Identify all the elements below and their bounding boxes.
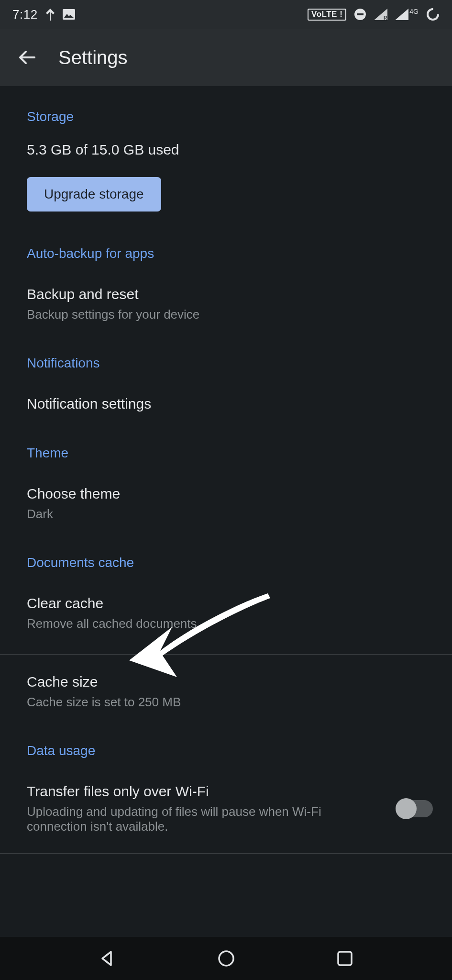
nav-back-button[interactable] [96, 947, 119, 970]
navigation-bar [0, 937, 452, 980]
setting-subtitle: Cache size is set to 250 MB [27, 690, 433, 710]
storage-usage-text: 5.3 GB of 15.0 GB used [27, 128, 433, 158]
wifi-only-toggle[interactable] [397, 800, 433, 817]
nav-recent-button[interactable] [333, 947, 356, 970]
status-clock: 7:12 [12, 7, 38, 22]
section-notifications: Notifications Notification settings [0, 322, 452, 412]
setting-subtitle: Backup settings for your device [27, 302, 433, 322]
volte-badge: VoLTE ! [308, 9, 346, 21]
setting-title: Choose theme [27, 486, 433, 502]
divider [0, 853, 452, 854]
back-arrow-icon[interactable] [17, 48, 36, 67]
row-backup-and-reset[interactable]: Backup and reset Backup settings for you… [27, 265, 433, 322]
svg-rect-6 [338, 952, 352, 965]
setting-title: Backup and reset [27, 286, 433, 302]
section-storage: Storage 5.3 GB of 15.0 GB used Upgrade s… [0, 86, 452, 212]
signal-4g-icon: 4G [395, 9, 419, 20]
image-icon [63, 9, 75, 20]
row-wifi-only[interactable]: Transfer files only over Wi-Fi Uploading… [27, 762, 452, 834]
settings-content: Storage 5.3 GB of 15.0 GB used Upgrade s… [0, 86, 452, 854]
page-title: Settings [58, 47, 128, 68]
row-clear-cache[interactable]: Clear cache Remove all cached documents [27, 574, 452, 631]
toggle-thumb [396, 798, 417, 819]
section-header-theme: Theme [27, 412, 433, 465]
nav-home-button[interactable] [215, 947, 238, 970]
upload-icon [45, 8, 55, 21]
do-not-disturb-icon [354, 8, 366, 21]
section-header-notifications: Notifications [27, 322, 433, 375]
section-theme: Theme Choose theme Dark [0, 412, 452, 522]
upgrade-storage-button[interactable]: Upgrade storage [27, 177, 161, 212]
setting-title: Transfer files only over Wi-Fi [27, 783, 383, 800]
status-bar: 7:12 VoLTE ! R 4G [0, 0, 452, 29]
svg-text:R: R [384, 15, 387, 20]
section-header-data-usage: Data usage [27, 710, 452, 762]
svg-rect-2 [357, 13, 364, 15]
setting-title: Notification settings [27, 396, 433, 412]
loading-spinner-icon [426, 8, 440, 21]
svg-point-4 [428, 9, 438, 20]
setting-title: Cache size [27, 674, 433, 690]
svg-point-5 [219, 951, 233, 966]
section-header-storage: Storage [27, 86, 433, 128]
setting-subtitle: Uploading and updating of files will pau… [27, 800, 383, 834]
signal-r-icon: R [374, 9, 387, 20]
row-notification-settings[interactable]: Notification settings [27, 375, 433, 412]
section-documents-cache-2: Cache size Cache size is set to 250 MB [0, 655, 452, 710]
setting-subtitle: Remove all cached documents [27, 612, 452, 631]
setting-subtitle: Dark [27, 502, 433, 522]
svg-rect-0 [63, 9, 75, 20]
section-auto-backup: Auto-backup for apps Backup and reset Ba… [0, 212, 452, 322]
section-header-auto-backup: Auto-backup for apps [27, 212, 433, 265]
setting-title: Clear cache [27, 595, 452, 612]
section-header-documents-cache: Documents cache [27, 522, 452, 574]
network-gen-label: 4G [409, 9, 419, 14]
section-data-usage: Data usage Transfer files only over Wi-F… [0, 710, 452, 834]
row-choose-theme[interactable]: Choose theme Dark [27, 465, 433, 522]
section-documents-cache: Documents cache Clear cache Remove all c… [0, 522, 452, 631]
app-bar: Settings [0, 29, 452, 86]
row-cache-size[interactable]: Cache size Cache size is set to 250 MB [27, 655, 433, 710]
